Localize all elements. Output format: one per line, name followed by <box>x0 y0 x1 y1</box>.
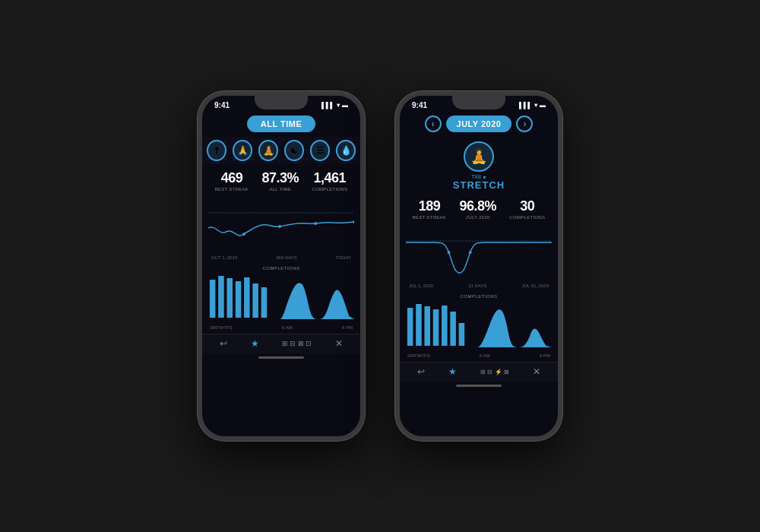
chart-start-date-1: OCT 1, 2019 <box>211 255 237 260</box>
bar2-s <box>407 308 413 346</box>
label2-6am: 6 AM <box>480 353 490 358</box>
stretch-icon[interactable]: 🧘 <box>464 141 494 172</box>
time-curve-2 <box>477 309 552 347</box>
best-streak-value-2: 189 <box>419 198 441 214</box>
habit-icon-list[interactable]: ☰ <box>310 140 330 161</box>
status-time-1: 9:41 <box>214 101 230 109</box>
stretch-category-display: 🧘 T88 ● STRETCH <box>400 137 558 192</box>
phone-1: 9:41 ▌▌▌ ▾ ▬ ALL TIME ✝ 🙏 🧘 ☯ ☰ 💧 469 B <box>198 91 365 441</box>
stat-best-streak-1: 469 BEST STREAK <box>215 170 249 192</box>
home-indicator-2 <box>456 385 502 387</box>
wifi-icon-2: ▾ <box>534 102 537 109</box>
star-icon-2[interactable]: ★ <box>448 366 457 377</box>
chart-end-date-2: JUL 31, 2020 <box>522 283 549 288</box>
bar-f <box>252 283 258 318</box>
bar2-m <box>416 304 422 346</box>
habit-icon-pray[interactable]: 🙏 <box>233 140 252 161</box>
bar-chart-section-2: COMPLETIONS S M T W T F S <box>400 291 558 362</box>
habit-icon-yoga[interactable]: 🧘 <box>258 140 278 161</box>
chart-mid-1: 469 DAYS <box>276 255 297 260</box>
label2-spacer <box>430 353 480 358</box>
phone-2: 9:41 ▌▌▌ ▾ ▬ ‹ JULY 2020 › 🧘 T88 ● STRET… <box>395 91 562 441</box>
prev-month-button[interactable]: ‹ <box>425 116 442 132</box>
bar2-s2 <box>459 323 465 346</box>
grid-icon-1[interactable]: ⊞ ⊟ ⊠ ⊡ <box>282 340 312 347</box>
signal-icon: ▌▌▌ <box>321 102 334 109</box>
bar-t <box>226 278 233 318</box>
bottom-toolbar-2: ↩ ★ ⊞ ⊟ ⚡ ⊠ ✕ <box>400 362 558 382</box>
chart-dates-1: OCT 1, 2019 469 DAYS TODAY <box>208 254 354 261</box>
battery-icon-2: ▬ <box>540 102 546 109</box>
status-icons-1: ▌▌▌ ▾ ▬ <box>321 102 348 109</box>
chart-dot <box>278 225 281 228</box>
stat-completions-2: 30 COMPLETIONS <box>509 198 545 220</box>
star-icon-1[interactable]: ★ <box>251 338 259 349</box>
completions-value-2: 30 <box>520 198 534 214</box>
chart-dot <box>242 233 245 236</box>
bar-chart-svg-1 <box>208 272 354 321</box>
bar-chart-svg-2 <box>406 300 552 350</box>
close-icon-2[interactable]: ✕ <box>533 366 540 377</box>
completions-label-2: COMPLETIONS <box>509 215 545 220</box>
completions-value-1: 1,461 <box>314 170 347 186</box>
stat-completions-1: 1,461 COMPLETIONS <box>312 170 347 192</box>
chart-dot-2 <box>448 251 451 254</box>
bottom-toolbar-1: ↩ ★ ⊞ ⊟ ⊠ ⊡ ✕ <box>202 334 360 353</box>
bar-t2 <box>244 277 250 318</box>
line-chart-path-2 <box>406 242 552 273</box>
bar-chart-labels-2: S M T W T F S 6 AM 6 PM <box>406 353 552 359</box>
line-chart-svg-1 <box>208 198 354 251</box>
status-bar-1: 9:41 ▌▌▌ ▾ ▬ <box>202 96 360 112</box>
period-header-2: ‹ JULY 2020 › <box>400 112 558 137</box>
best-streak-value-1: 469 <box>221 170 243 186</box>
share-icon-1[interactable]: ↩ <box>220 338 227 349</box>
percentage-value-2: 96.8% <box>459 198 496 214</box>
label-spacer2 <box>293 325 342 330</box>
stats-row-1: 469 BEST STREAK 87.3% ALL TIME 1,461 COM… <box>202 164 360 195</box>
july-2020-button[interactable]: JULY 2020 <box>446 116 512 132</box>
stat-percentage-2: 96.8% JULY 2020 <box>459 198 496 220</box>
signal-icon-2: ▌▌▌ <box>519 102 532 109</box>
chart-dot <box>314 222 317 225</box>
stretch-sub-label: T88 ● <box>471 174 486 179</box>
bar-chart-section-1: COMPLETIONS S M T W T F S <box>202 263 360 334</box>
percentage-label-1: ALL TIME <box>269 187 291 192</box>
status-bar-2: 9:41 ▌▌▌ ▾ ▬ <box>400 96 558 112</box>
bar-s <box>210 280 216 318</box>
label2-spacer2 <box>490 353 540 358</box>
habit-icon-meditation[interactable]: ☯ <box>284 140 304 161</box>
completions-chart-label-2: COMPLETIONS <box>406 294 552 299</box>
bar-w <box>236 281 242 318</box>
stretch-title: STRETCH <box>453 179 505 191</box>
all-time-button[interactable]: ALL TIME <box>247 116 316 132</box>
bar-s2 <box>261 287 268 318</box>
phone-1-screen: 9:41 ▌▌▌ ▾ ▬ ALL TIME ✝ 🙏 🧘 ☯ ☰ 💧 469 B <box>202 96 360 436</box>
chart-end-date-1: TODAY <box>336 255 351 260</box>
grid-icon-2[interactable]: ⊞ ⊟ ⚡ ⊠ <box>480 369 509 375</box>
completions-label-1: COMPLETIONS <box>312 187 347 192</box>
wifi-icon: ▾ <box>337 102 340 109</box>
bar2-w <box>433 309 439 346</box>
line-chart-path-1 <box>208 222 354 236</box>
chart-dates-2: JUL 1, 2020 31 DAYS JUL 31, 2020 <box>406 282 552 290</box>
next-month-button[interactable]: › <box>516 116 533 132</box>
percentage-value-1: 87.3% <box>261 170 299 186</box>
habit-icon-cross[interactable]: ✝ <box>207 140 226 161</box>
time-curve <box>280 283 354 319</box>
label-6pm: 6 PM <box>342 325 353 330</box>
stats-row-2: 189 BEST STREAK 96.8% JULY 2020 30 COMPL… <box>400 192 558 223</box>
phone-2-screen: 9:41 ▌▌▌ ▾ ▬ ‹ JULY 2020 › 🧘 T88 ● STRET… <box>400 96 558 436</box>
home-indicator-1 <box>258 356 304 359</box>
habit-icon-water[interactable]: 💧 <box>336 140 356 161</box>
bar2-t <box>424 306 430 346</box>
share-icon-2[interactable]: ↩ <box>417 366 425 377</box>
habit-icons-1: ✝ 🙏 🧘 ☯ ☰ 💧 <box>202 137 360 164</box>
label2-6pm: 6 PM <box>540 353 550 358</box>
label-6am: 6 AM <box>282 325 293 330</box>
close-icon-1[interactable]: ✕ <box>335 338 343 349</box>
best-streak-label-2: BEST STREAK <box>413 215 447 220</box>
percentage-label-2: JULY 2020 <box>466 215 490 220</box>
battery-icon: ▬ <box>342 102 348 109</box>
chart-dot-2b <box>469 251 472 254</box>
line-chart-container-1: OCT 1, 2019 469 DAYS TODAY <box>202 195 360 263</box>
